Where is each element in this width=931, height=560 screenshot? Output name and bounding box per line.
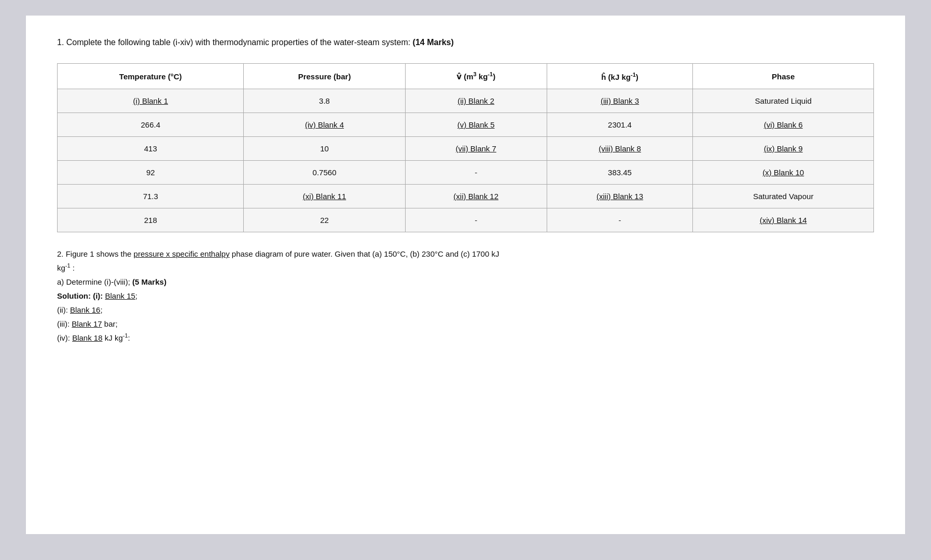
- q1-marks: (14 Marks): [413, 38, 454, 47]
- cell-v-3: (vii) Blank 7: [405, 137, 547, 161]
- cell-pressure-6: 22: [244, 208, 405, 232]
- cell-temp-4: 92: [58, 161, 244, 185]
- sol-iii-label: (iii):: [57, 319, 72, 328]
- cell-v-5: (xii) Blank 12: [405, 185, 547, 208]
- cell-temp-2: 266.4: [58, 113, 244, 137]
- cell-phase-2: (vi) Blank 6: [693, 113, 874, 137]
- q2-solution-label: Solution: (i): Blank 15;: [57, 289, 874, 303]
- cell-pressure-5: (xi) Blank 11: [244, 185, 405, 208]
- cell-temp-1: (i) Blank 1: [58, 89, 244, 113]
- q2-intro-text: 2. Figure 1 shows the: [57, 249, 134, 258]
- cell-h-1: (iii) Blank 3: [547, 89, 693, 113]
- cell-temp-5: 71.3: [58, 185, 244, 208]
- sol-ii-label: (ii):: [57, 305, 70, 314]
- cell-h-3: (viii) Blank 8: [547, 137, 693, 161]
- cell-h-5: (xiii) Blank 13: [547, 185, 693, 208]
- q2-part-a-label: a) Determine (i)-(viii);: [57, 277, 130, 286]
- q2-solution-iv: (iv): Blank 18 kJ kg-1:: [57, 331, 874, 345]
- q2-underline-text: pressure x specific enthalpy: [134, 249, 230, 258]
- cell-v-6: -: [405, 208, 547, 232]
- blank15: Blank 15: [105, 291, 135, 300]
- table-row: (i) Blank 1 3.8 (ii) Blank 2 (iii) Blank…: [58, 89, 874, 113]
- col-header-temp: Temperature (°C): [58, 64, 244, 89]
- page: 1. Complete the following table (i-xiv) …: [26, 16, 905, 534]
- table-row: 266.4 (iv) Blank 4 (v) Blank 5 2301.4 (v…: [58, 113, 874, 137]
- cell-pressure-3: 10: [244, 137, 405, 161]
- cell-phase-3: (ix) Blank 9: [693, 137, 874, 161]
- cell-h-6: -: [547, 208, 693, 232]
- q1-text: 1. Complete the following table (i-xiv) …: [57, 38, 413, 47]
- q2-part-a: a) Determine (i)-(viii); (5 Marks): [57, 275, 874, 289]
- table-row: 71.3 (xi) Blank 11 (xii) Blank 12 (xiii)…: [58, 185, 874, 208]
- cell-v-2: (v) Blank 5: [405, 113, 547, 137]
- cell-v-1: (ii) Blank 2: [405, 89, 547, 113]
- cell-temp-3: 413: [58, 137, 244, 161]
- cell-phase-4: (x) Blank 10: [693, 161, 874, 185]
- thermodynamics-table: Temperature (°C) Pressure (bar) v̂ (m3 k…: [57, 63, 874, 232]
- q2-part-a-marks: (5 Marks): [130, 277, 166, 286]
- table-row: 92 0.7560 - 383.45 (x) Blank 10: [58, 161, 874, 185]
- blank16: Blank 16: [70, 305, 100, 314]
- col-header-v: v̂ (m3 kg-1): [405, 64, 547, 89]
- cell-phase-1: Saturated Liquid: [693, 89, 874, 113]
- solution-sep1: ;: [135, 291, 137, 300]
- cell-pressure-2: (iv) Blank 4: [244, 113, 405, 137]
- sol-iv-label: (iv):: [57, 333, 72, 342]
- q2-intro-cont: phase diagram of pure water. Given that …: [230, 249, 499, 258]
- table-row: 413 10 (vii) Blank 7 (viii) Blank 8 (ix)…: [58, 137, 874, 161]
- cell-phase-6: (xiv) Blank 14: [693, 208, 874, 232]
- q2-unit: kg-1 :: [57, 261, 874, 275]
- cell-h-2: 2301.4: [547, 113, 693, 137]
- solution-keyword: Solution: (i):: [57, 291, 105, 300]
- cell-h-4: 383.45: [547, 161, 693, 185]
- q2-intro: 2. Figure 1 shows the pressure x specifi…: [57, 247, 874, 261]
- cell-pressure-1: 3.8: [244, 89, 405, 113]
- cell-temp-6: 218: [58, 208, 244, 232]
- cell-v-4: -: [405, 161, 547, 185]
- cell-phase-5: Saturated Vapour: [693, 185, 874, 208]
- table-row: 218 22 - - (xiv) Blank 14: [58, 208, 874, 232]
- sol-iii-unit: bar;: [102, 319, 118, 328]
- question1-title: 1. Complete the following table (i-xiv) …: [57, 36, 874, 49]
- sol-ii-sep: ;: [100, 305, 102, 314]
- col-header-pressure: Pressure (bar): [244, 64, 405, 89]
- sol-iv-unit: kJ kg-1:: [103, 333, 130, 342]
- col-header-h: ĥ (kJ kg-1): [547, 64, 693, 89]
- question2-section: 2. Figure 1 shows the pressure x specifi…: [57, 247, 874, 345]
- col-header-phase: Phase: [693, 64, 874, 89]
- q2-solution-ii: (ii): Blank 16;: [57, 303, 874, 317]
- q2-solution-iii: (iii): Blank 17 bar;: [57, 317, 874, 331]
- blank18: Blank 18: [72, 333, 102, 342]
- blank17: Blank 17: [72, 319, 102, 328]
- cell-pressure-4: 0.7560: [244, 161, 405, 185]
